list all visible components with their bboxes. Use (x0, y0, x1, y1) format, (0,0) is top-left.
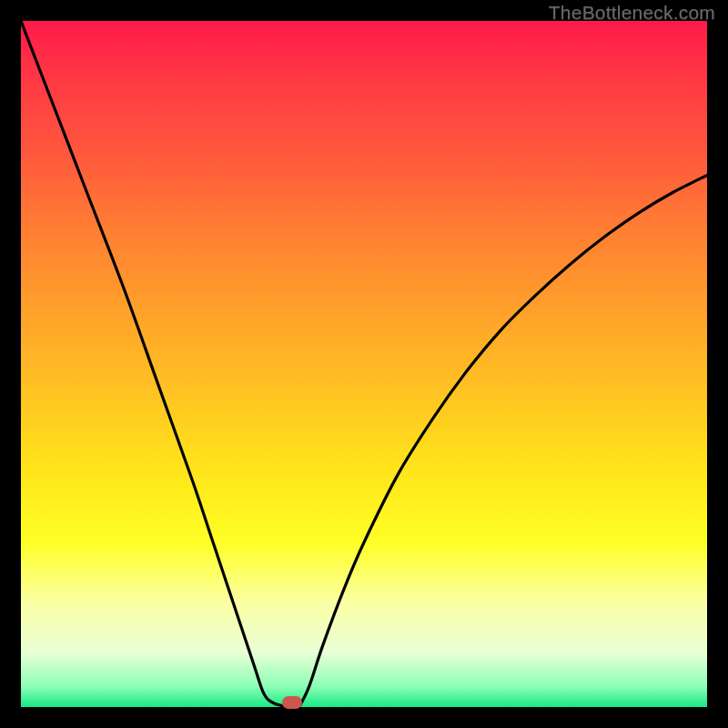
curve-svg (21, 21, 707, 707)
curve-left-branch (21, 21, 285, 706)
minimum-marker (282, 696, 302, 709)
curve-right-branch (300, 176, 707, 705)
watermark-text: TheBottleneck.com (549, 2, 715, 24)
